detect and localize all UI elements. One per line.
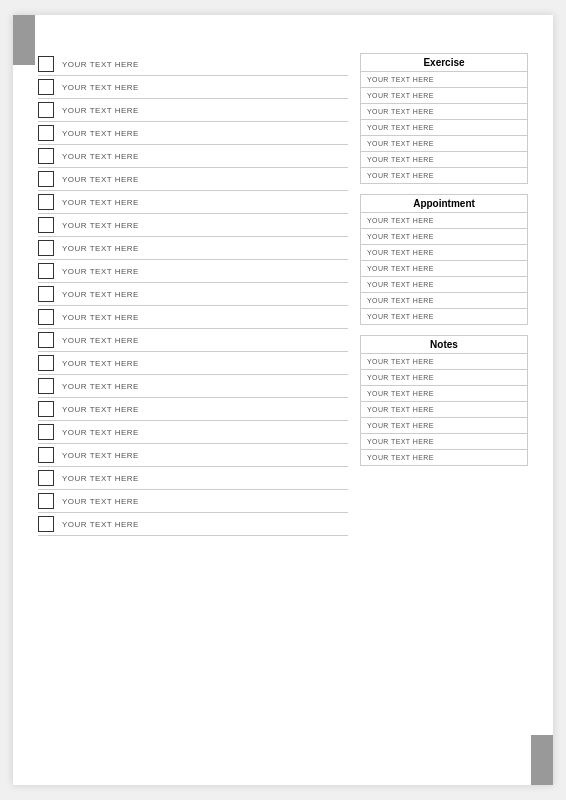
- checklist-item-text: YOUR TEXT HERE: [62, 129, 348, 138]
- checklist-item[interactable]: YOUR TEXT HERE: [38, 122, 348, 145]
- panel-item[interactable]: YOUR TEXT HERE: [361, 136, 527, 152]
- checklist-item[interactable]: YOUR TEXT HERE: [38, 260, 348, 283]
- checklist-item-text: YOUR TEXT HERE: [62, 152, 348, 161]
- checklist-item-text: YOUR TEXT HERE: [62, 451, 348, 460]
- checklist-item-text: YOUR TEXT HERE: [62, 428, 348, 437]
- checkbox[interactable]: [38, 355, 54, 371]
- panel-appointment-header: Appointment: [361, 195, 527, 213]
- checklist-item-text: YOUR TEXT HERE: [62, 106, 348, 115]
- panel-item[interactable]: YOUR TEXT HERE: [361, 152, 527, 168]
- checkbox[interactable]: [38, 263, 54, 279]
- checklist-item[interactable]: YOUR TEXT HERE: [38, 444, 348, 467]
- checkbox[interactable]: [38, 240, 54, 256]
- checkbox[interactable]: [38, 171, 54, 187]
- panel-item[interactable]: YOUR TEXT HERE: [361, 213, 527, 229]
- panel-item[interactable]: YOUR TEXT HERE: [361, 354, 527, 370]
- checklist-item-text: YOUR TEXT HERE: [62, 244, 348, 253]
- checklist-item[interactable]: YOUR TEXT HERE: [38, 329, 348, 352]
- checkbox[interactable]: [38, 332, 54, 348]
- checklist-item[interactable]: YOUR TEXT HERE: [38, 352, 348, 375]
- panel-item[interactable]: YOUR TEXT HERE: [361, 434, 527, 450]
- panel-notes: NotesYOUR TEXT HEREYOUR TEXT HEREYOUR TE…: [360, 335, 528, 466]
- checklist-item[interactable]: YOUR TEXT HERE: [38, 168, 348, 191]
- checkbox[interactable]: [38, 56, 54, 72]
- checklist-item-text: YOUR TEXT HERE: [62, 336, 348, 345]
- panel-item[interactable]: YOUR TEXT HERE: [361, 72, 527, 88]
- checklist-item[interactable]: YOUR TEXT HERE: [38, 214, 348, 237]
- checklist-item[interactable]: YOUR TEXT HERE: [38, 421, 348, 444]
- checklist-item[interactable]: YOUR TEXT HERE: [38, 145, 348, 168]
- checklist-item-text: YOUR TEXT HERE: [62, 313, 348, 322]
- panel-item[interactable]: YOUR TEXT HERE: [361, 168, 527, 183]
- checklist-item[interactable]: YOUR TEXT HERE: [38, 513, 348, 536]
- checkbox[interactable]: [38, 378, 54, 394]
- checklist-item-text: YOUR TEXT HERE: [62, 221, 348, 230]
- panel-exercise: ExerciseYOUR TEXT HEREYOUR TEXT HEREYOUR…: [360, 53, 528, 184]
- checkbox[interactable]: [38, 286, 54, 302]
- checklist-item-text: YOUR TEXT HERE: [62, 290, 348, 299]
- panel-exercise-header: Exercise: [361, 54, 527, 72]
- checkbox[interactable]: [38, 447, 54, 463]
- checkbox[interactable]: [38, 79, 54, 95]
- checklist-item[interactable]: YOUR TEXT HERE: [38, 398, 348, 421]
- checklist-item-text: YOUR TEXT HERE: [62, 497, 348, 506]
- checklist-item-text: YOUR TEXT HERE: [62, 60, 348, 69]
- panel-item[interactable]: YOUR TEXT HERE: [361, 418, 527, 434]
- checklist-item[interactable]: YOUR TEXT HERE: [38, 76, 348, 99]
- panel-item[interactable]: YOUR TEXT HERE: [361, 88, 527, 104]
- checkbox[interactable]: [38, 194, 54, 210]
- checklist-item-text: YOUR TEXT HERE: [62, 83, 348, 92]
- checklist-item[interactable]: YOUR TEXT HERE: [38, 490, 348, 513]
- corner-decoration-br: [531, 735, 553, 785]
- right-column: ExerciseYOUR TEXT HEREYOUR TEXT HEREYOUR…: [360, 53, 528, 536]
- checklist-item-text: YOUR TEXT HERE: [62, 382, 348, 391]
- checklist-item[interactable]: YOUR TEXT HERE: [38, 467, 348, 490]
- checklist-item-text: YOUR TEXT HERE: [62, 474, 348, 483]
- panel-item[interactable]: YOUR TEXT HERE: [361, 450, 527, 465]
- panel-item[interactable]: YOUR TEXT HERE: [361, 386, 527, 402]
- checklist-item[interactable]: YOUR TEXT HERE: [38, 283, 348, 306]
- main-content: YOUR TEXT HEREYOUR TEXT HEREYOUR TEXT HE…: [38, 53, 528, 536]
- panel-item[interactable]: YOUR TEXT HERE: [361, 293, 527, 309]
- checklist-item[interactable]: YOUR TEXT HERE: [38, 191, 348, 214]
- panel-notes-header: Notes: [361, 336, 527, 354]
- panel-item[interactable]: YOUR TEXT HERE: [361, 104, 527, 120]
- panel-item[interactable]: YOUR TEXT HERE: [361, 402, 527, 418]
- checklist-item[interactable]: YOUR TEXT HERE: [38, 53, 348, 76]
- checkbox[interactable]: [38, 401, 54, 417]
- checkbox[interactable]: [38, 493, 54, 509]
- checkbox[interactable]: [38, 309, 54, 325]
- checklist-item[interactable]: YOUR TEXT HERE: [38, 99, 348, 122]
- checkbox[interactable]: [38, 148, 54, 164]
- checklist-item-text: YOUR TEXT HERE: [62, 359, 348, 368]
- panel-item[interactable]: YOUR TEXT HERE: [361, 277, 527, 293]
- checklist-item-text: YOUR TEXT HERE: [62, 267, 348, 276]
- panel-item[interactable]: YOUR TEXT HERE: [361, 229, 527, 245]
- panel-item[interactable]: YOUR TEXT HERE: [361, 370, 527, 386]
- checklist-item-text: YOUR TEXT HERE: [62, 175, 348, 184]
- checkbox[interactable]: [38, 125, 54, 141]
- panel-item[interactable]: YOUR TEXT HERE: [361, 245, 527, 261]
- checklist: YOUR TEXT HEREYOUR TEXT HEREYOUR TEXT HE…: [38, 53, 348, 536]
- checkbox[interactable]: [38, 470, 54, 486]
- page: YOUR TEXT HEREYOUR TEXT HEREYOUR TEXT HE…: [13, 15, 553, 785]
- checklist-item-text: YOUR TEXT HERE: [62, 198, 348, 207]
- corner-decoration-tl: [13, 15, 35, 65]
- checkbox[interactable]: [38, 102, 54, 118]
- checklist-item[interactable]: YOUR TEXT HERE: [38, 237, 348, 260]
- checkbox[interactable]: [38, 424, 54, 440]
- panel-appointment: AppointmentYOUR TEXT HEREYOUR TEXT HEREY…: [360, 194, 528, 325]
- checklist-item[interactable]: YOUR TEXT HERE: [38, 306, 348, 329]
- panel-item[interactable]: YOUR TEXT HERE: [361, 309, 527, 324]
- panel-item[interactable]: YOUR TEXT HERE: [361, 120, 527, 136]
- panel-item[interactable]: YOUR TEXT HERE: [361, 261, 527, 277]
- checkbox[interactable]: [38, 217, 54, 233]
- checklist-item-text: YOUR TEXT HERE: [62, 520, 348, 529]
- checkbox[interactable]: [38, 516, 54, 532]
- checklist-item-text: YOUR TEXT HERE: [62, 405, 348, 414]
- checklist-item[interactable]: YOUR TEXT HERE: [38, 375, 348, 398]
